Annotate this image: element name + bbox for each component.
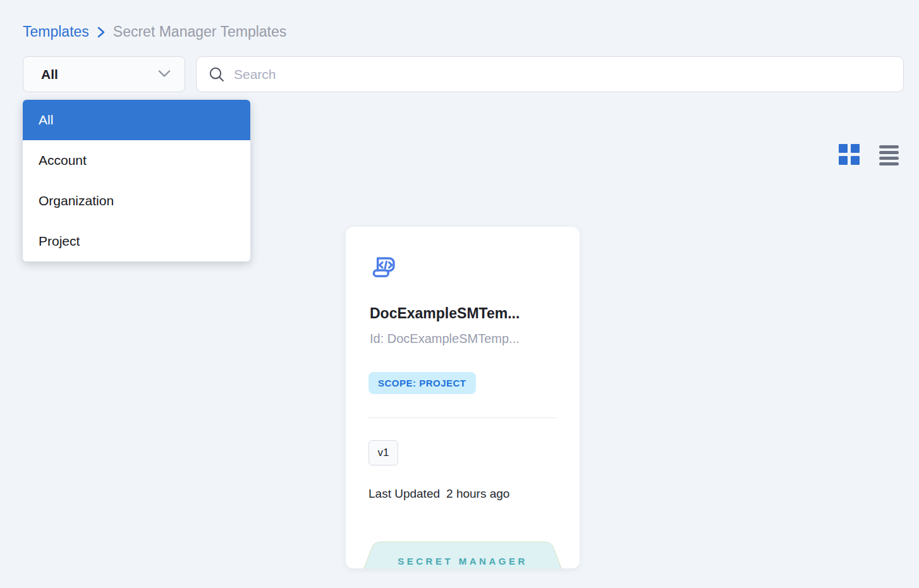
breadcrumb: Templates Secret Manager Templates	[23, 23, 286, 40]
breadcrumb-link-templates[interactable]: Templates	[23, 23, 89, 40]
search-input[interactable]	[234, 67, 892, 82]
card-id: Id: DocExampleSMTemp...	[370, 332, 520, 346]
menu-item-account[interactable]: Account	[23, 140, 250, 181]
view-toggle-group	[839, 144, 899, 165]
version-chip[interactable]: v1	[368, 440, 398, 465]
card-title: DocExampleSMTem...	[370, 305, 520, 322]
template-code-icon	[370, 253, 399, 282]
menu-item-project[interactable]: Project	[23, 221, 250, 261]
last-updated-value: 2 hours ago	[446, 487, 509, 501]
card-divider	[368, 417, 557, 418]
template-type-banner: SECRET MANAGER	[357, 541, 568, 568]
template-card[interactable]: DocExampleSMTem... Id: DocExampleSMTemp.…	[346, 227, 580, 568]
scope-badge: SCOPE: PROJECT	[368, 372, 476, 394]
list-view-icon[interactable]	[879, 144, 899, 165]
menu-item-organization[interactable]: Organization	[23, 181, 250, 221]
breadcrumb-current: Secret Manager Templates	[113, 23, 286, 40]
chevron-down-icon	[158, 69, 171, 80]
search-bar	[196, 56, 904, 92]
scope-filter-select[interactable]: All	[23, 56, 185, 92]
chevron-right-icon	[97, 25, 106, 39]
last-updated-label: Last Updated	[368, 487, 440, 501]
svg-text:SECRET MANAGER: SECRET MANAGER	[398, 556, 528, 567]
last-updated: Last Updated 2 hours ago	[368, 487, 509, 501]
grid-view-icon[interactable]	[839, 144, 860, 165]
menu-item-all[interactable]: All	[23, 100, 250, 140]
scope-filter-value: All	[41, 67, 58, 82]
search-icon	[208, 66, 225, 83]
scope-filter-menu: All Account Organization Project	[23, 100, 250, 261]
